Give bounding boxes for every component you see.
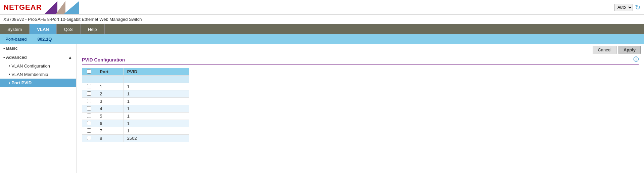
header-right: Auto ↻ — [614, 3, 641, 11]
sidebar-item-port-pvid[interactable]: • Port PVID — [0, 79, 76, 87]
select-all-checkbox[interactable] — [87, 69, 91, 74]
port-cell-8: 8 — [96, 135, 123, 142]
refresh-icon[interactable]: ↻ — [635, 3, 641, 11]
table-row: 5 1 — [82, 113, 189, 120]
row-checkbox-cell[interactable] — [82, 105, 96, 113]
sub-item-8021q[interactable]: 802.1Q — [36, 36, 54, 42]
filter-checkbox-cell — [82, 76, 96, 83]
blue-shape — [64, 1, 79, 14]
pvid-cell-6: 1 — [123, 120, 189, 127]
row-checkbox-cell[interactable] — [82, 98, 96, 105]
row-checkbox-1[interactable] — [87, 84, 91, 88]
pvid-cell-4: 1 — [123, 105, 189, 113]
sidebar-item-vlan-config[interactable]: • VLAN Configuration — [0, 62, 76, 70]
table-row: 1 1 — [82, 83, 189, 90]
sidebar-item-advanced[interactable]: • Advanced ▲ — [0, 53, 76, 62]
col-header-checkbox — [82, 68, 96, 76]
main-nav: System VLAN QoS Help — [0, 24, 644, 34]
help-icon[interactable]: ⓘ — [633, 56, 639, 63]
sidebar-item-basic[interactable]: • Basic — [0, 44, 76, 53]
cancel-button[interactable]: Cancel — [593, 46, 616, 54]
main-panel: Cancel Apply PVID Configuration ⓘ Port P… — [77, 44, 644, 173]
pvid-cell-3: 1 — [123, 98, 189, 105]
pvid-table: Port PVID 1 1 2 1 3 1 4 1 — [82, 68, 189, 142]
col-header-pvid: PVID — [123, 68, 189, 76]
row-checkbox-8[interactable] — [87, 136, 91, 140]
pvid-cell-1: 1 — [123, 83, 189, 90]
apply-button[interactable]: Apply — [618, 46, 641, 54]
sidebar-item-vlan-membership[interactable]: • VLAN Membership — [0, 70, 76, 79]
pvid-cell-7: 1 — [123, 127, 189, 135]
filter-pvid-input[interactable] — [127, 77, 186, 82]
row-checkbox-cell[interactable] — [82, 83, 96, 90]
device-title: XS708Ev2 - ProSAFE 8-Port 10-Gigabit Eth… — [0, 15, 644, 24]
table-row: 3 1 — [82, 98, 189, 105]
content-area: • Basic • Advanced ▲ • VLAN Configuratio… — [0, 44, 644, 173]
table-row: 2 1 — [82, 90, 189, 98]
row-checkbox-cell[interactable] — [82, 120, 96, 127]
nav-item-qos[interactable]: QoS — [57, 24, 81, 34]
port-cell-4: 4 — [96, 105, 123, 113]
netgear-logo: NETGEAR — [3, 3, 42, 12]
port-cell-2: 2 — [96, 90, 123, 98]
port-cell-1: 1 — [96, 83, 123, 90]
table-row: 7 1 — [82, 127, 189, 135]
logo-area: NETGEAR — [3, 1, 79, 14]
row-checkbox-4[interactable] — [87, 106, 91, 111]
filter-port-input[interactable] — [100, 77, 120, 82]
nav-item-system[interactable]: System — [0, 24, 30, 34]
row-checkbox-3[interactable] — [87, 99, 91, 103]
col-header-port: Port — [96, 68, 123, 76]
row-checkbox-cell[interactable] — [82, 113, 96, 120]
filter-port-cell[interactable] — [96, 76, 123, 83]
panel-title: PVID Configuration ⓘ — [82, 56, 639, 65]
panel-content: PVID Configuration ⓘ Port PVID — [77, 56, 644, 142]
table-row: 8 2502 — [82, 135, 189, 142]
purple-shape — [45, 1, 57, 14]
port-cell-3: 3 — [96, 98, 123, 105]
sidebar: • Basic • Advanced ▲ • VLAN Configuratio… — [0, 44, 77, 173]
row-checkbox-5[interactable] — [87, 114, 91, 118]
table-row: 4 1 — [82, 105, 189, 113]
toolbar: Cancel Apply — [77, 44, 644, 56]
filter-pvid-cell[interactable] — [123, 76, 189, 83]
row-checkbox-cell[interactable] — [82, 135, 96, 142]
row-checkbox-6[interactable] — [87, 121, 91, 125]
port-cell-5: 5 — [96, 113, 123, 120]
port-cell-7: 7 — [96, 127, 123, 135]
sub-nav: Port-based 802.1Q — [0, 34, 644, 44]
logo-shapes — [45, 1, 79, 14]
table-row: 6 1 — [82, 120, 189, 127]
nav-item-vlan[interactable]: VLAN — [30, 24, 56, 34]
pvid-cell-2: 1 — [123, 90, 189, 98]
sub-item-portbased[interactable]: Port-based — [3, 36, 29, 42]
pvid-cell-5: 1 — [123, 113, 189, 120]
advanced-arrow-icon: ▲ — [68, 55, 72, 60]
pvid-cell-8: 2502 — [123, 135, 189, 142]
row-checkbox-2[interactable] — [87, 91, 91, 96]
auto-select[interactable]: Auto — [614, 4, 633, 11]
row-checkbox-7[interactable] — [87, 128, 91, 133]
nav-item-help[interactable]: Help — [81, 24, 105, 34]
port-cell-6: 6 — [96, 120, 123, 127]
row-checkbox-cell[interactable] — [82, 90, 96, 98]
row-checkbox-cell[interactable] — [82, 127, 96, 135]
header: NETGEAR Auto ↻ — [0, 0, 644, 15]
